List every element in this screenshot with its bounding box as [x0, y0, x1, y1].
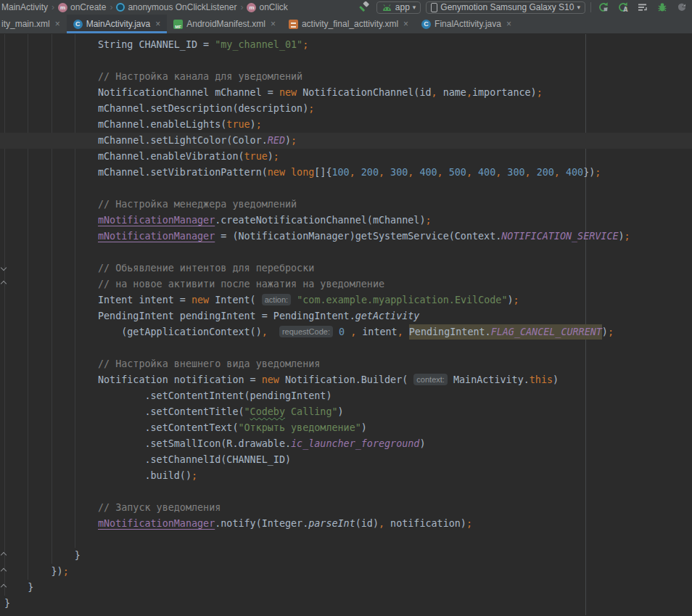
code-token: ,: [525, 167, 537, 178]
code-line[interactable]: [0, 484, 692, 500]
code-line[interactable]: .build();: [0, 468, 692, 484]
tab-AndroidManifest_xml[interactable]: MFAndroidManifest.xml×: [167, 15, 282, 33]
code-token: .setContentIntent(pendingIntent): [4, 390, 331, 401]
code-token: ;: [191, 470, 197, 481]
code-token: ;: [273, 151, 279, 162]
tab-FinalActtivity_java[interactable]: CFinalActtivity.java×: [415, 15, 518, 33]
code-line[interactable]: .setContentText("Открыть уведомление"): [0, 420, 692, 436]
apply-code-changes-icon[interactable]: A: [616, 1, 630, 14]
code-token: }: [4, 582, 33, 593]
code-token: ): [507, 295, 513, 305]
code-token: // на новое активити после нажатия на ув…: [4, 279, 384, 289]
run-configurations-list-icon[interactable]: [635, 1, 650, 14]
code-token: 200: [537, 167, 554, 178]
code-token: ): [285, 135, 291, 146]
code-token: "com.example.myapplication.EvilCode": [297, 295, 507, 305]
code-token: NotificationChannel mChannel =: [4, 87, 279, 98]
code-line[interactable]: .setContentIntent(pendingIntent): [0, 388, 692, 404]
code-line[interactable]: }: [0, 596, 692, 612]
code-token: ): [268, 151, 273, 162]
run-configuration-label: app: [395, 2, 410, 12]
code-line[interactable]: Intent intent = new Intent( action: "com…: [0, 292, 692, 308]
code-line[interactable]: String CHANNEL_ID = "my_channel_01";: [0, 37, 692, 53]
code-line[interactable]: [0, 53, 692, 69]
code-line[interactable]: mChannel.setVibrationPattern(new long[]{…: [0, 165, 692, 181]
device-select[interactable]: Genymotion Samsung Galaxy S10 ▾: [426, 1, 585, 14]
code-line[interactable]: NotificationChannel mChannel = new Notif…: [0, 85, 692, 101]
breadcrumb-label: anonymous OnClickListener: [128, 2, 236, 12]
code-line[interactable]: mNotificationManager.createNotificationC…: [0, 213, 692, 229]
breadcrumb-item-anonymous-onclicklistener[interactable]: anonymous OnClickListener: [116, 2, 236, 12]
code-line[interactable]: mNotificationManager = (NotificationMana…: [0, 229, 692, 245]
code-token: }: [4, 550, 81, 561]
code-token: "my_channel_01": [215, 39, 302, 50]
tab-MainActivity_java[interactable]: CMainActivity.java×: [67, 15, 168, 33]
code-token: PendingIntent.: [409, 324, 491, 340]
breadcrumb: MainActivity›monCreate›anonymous OnClick…: [1, 2, 288, 12]
tab-ity_main_xml[interactable]: ity_main.xml×: [0, 15, 67, 33]
close-tab-icon[interactable]: ×: [269, 19, 276, 29]
code-token: mChannel.setLightColor(Color.: [4, 135, 268, 146]
code-line[interactable]: mChannel.enableLights(true);: [0, 117, 692, 133]
code-line[interactable]: });: [0, 564, 692, 580]
android-studio-window: MainActivity›monCreate›anonymous OnClick…: [0, 0, 692, 615]
code-token: mNotificationManager: [98, 518, 215, 529]
manifest-file-icon: MF: [173, 20, 183, 29]
code-token: Codeby: [250, 406, 285, 417]
code-line[interactable]: .setChannelId(CHANNEL_ID): [0, 452, 692, 468]
code-token: = (NotificationManager)getSystemService(…: [215, 231, 501, 242]
code-line[interactable]: .setContentTitle("Codeby Calling"): [0, 404, 692, 420]
code-line[interactable]: // на новое активити после нажатия на ув…: [0, 276, 692, 292]
code-line[interactable]: // Запуск уведомления: [0, 500, 692, 516]
code-line[interactable]: [0, 340, 692, 356]
code-line[interactable]: // Настройка менеджера уведомлений: [0, 197, 692, 213]
code-token: getActivity: [355, 311, 420, 321]
code-token: ): [419, 438, 425, 449]
code-line[interactable]: mNotificationManager.notify(Integer.pars…: [0, 516, 692, 532]
code-line[interactable]: [0, 245, 692, 260]
code-token: 100: [331, 167, 349, 178]
build-hammer-icon[interactable]: [357, 1, 371, 14]
breadcrumb-item-onclick[interactable]: monClick: [247, 2, 287, 12]
code-line[interactable]: // Настройка канала для уведомлений: [0, 69, 692, 85]
breadcrumb-item-mainactivity[interactable]: MainActivity: [1, 2, 48, 12]
code-token: parseInt: [308, 518, 355, 529]
close-tab-icon[interactable]: ×: [402, 19, 408, 29]
code-line[interactable]: }: [0, 548, 692, 564]
code-editor[interactable]: String CHANNEL_ID = "my_channel_01"; // …: [0, 34, 692, 615]
phone-icon: [431, 3, 437, 12]
breadcrumb-item-oncreate[interactable]: monCreate: [58, 2, 106, 12]
code-token: }): [583, 167, 595, 178]
debug-app-icon[interactable]: [655, 1, 670, 14]
run-configuration-select[interactable]: app ▾: [376, 1, 421, 14]
code-token: ,: [408, 167, 419, 178]
code-line[interactable]: // Обьявление интентов для переброски: [0, 260, 692, 276]
code-token: mChannel.setVibrationPattern(: [4, 167, 268, 178]
code-token: mNotificationManager: [98, 215, 215, 226]
close-tab-icon[interactable]: ×: [505, 19, 511, 29]
close-tab-icon[interactable]: ×: [54, 19, 60, 29]
close-tab-icon[interactable]: ×: [154, 19, 160, 29]
code-token: Calling": [285, 406, 338, 417]
code-line[interactable]: }: [0, 580, 692, 596]
tab-activity_final_acttivity_xml[interactable]: activity_final_acttivity.xml×: [282, 15, 415, 33]
profile-app-icon[interactable]: [675, 1, 689, 14]
code-token: // Настройка менеджера уведомлений: [4, 199, 297, 210]
code-token: ;: [291, 135, 297, 146]
code-line[interactable]: [0, 532, 692, 548]
code-token: true: [244, 151, 268, 162]
code-token: .setChannelId(CHANNEL_ID): [4, 454, 291, 465]
code-line[interactable]: mChannel.enableVibration(true);: [0, 149, 692, 165]
code-line[interactable]: PendingIntent pendingIntent = PendingInt…: [0, 308, 692, 324]
code-lines: String CHANNEL_ID = "my_channel_01"; // …: [0, 37, 692, 612]
code-line[interactable]: .setSmallIcon(R.drawable.ic_launcher_for…: [0, 436, 692, 452]
code-line[interactable]: (getApplicationContext(), requestCode: 0…: [0, 324, 692, 340]
rerun-app-icon[interactable]: [596, 1, 611, 14]
code-line[interactable]: [0, 181, 692, 197]
code-line[interactable]: // Настройка внешнего вида уведомления: [0, 356, 692, 372]
code-line[interactable]: Notification notification = new Notifica…: [0, 372, 692, 388]
code-line[interactable]: mChannel.setLightColor(Color.RED);: [0, 133, 692, 149]
code-line[interactable]: mChannel.setDescription(description);: [0, 101, 692, 117]
code-token: ,: [437, 167, 449, 178]
code-token: 300: [390, 167, 408, 178]
